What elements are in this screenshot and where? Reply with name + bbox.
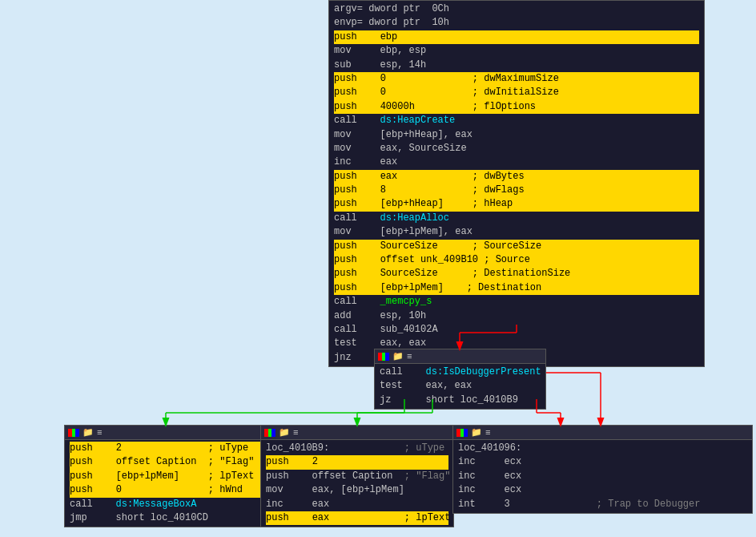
- code-line: call sub_40102A: [334, 323, 699, 337]
- code-line: call ds:MessageBoxA: [70, 498, 263, 511]
- code-line: push [ebp+hHeap] ; hHeap: [334, 197, 699, 211]
- code-line: call ds:HeapAlloc: [334, 212, 699, 225]
- color-icon: [264, 429, 275, 437]
- code-line: mov eax, [ebp+lpMem]: [266, 483, 448, 497]
- code-line: push 0 ; dwInitialSize: [334, 86, 699, 99]
- code-line: argv= dword ptr 0Ch: [334, 2, 699, 16]
- color-icon: [456, 429, 468, 437]
- code-line: sub esp, 14h: [334, 59, 699, 72]
- code-line: push SourceSize ; DestinationSize: [334, 267, 699, 281]
- code-line: add esp, 10h: [334, 309, 699, 323]
- header-icon3: ≡: [485, 428, 491, 438]
- block-header: 📁 ≡: [453, 426, 752, 440]
- main-code-content: argv= dword ptr 0Chenvp= dword ptr 10hpu…: [329, 1, 704, 366]
- code-line: inc eax: [334, 155, 699, 169]
- code-line: mov ebp, esp: [334, 44, 699, 58]
- code-line: test eax, eax: [380, 379, 541, 393]
- left-code-content: push 2 ; uTypepush offset Caption ; "Fla…: [65, 440, 267, 527]
- code-line: call ds:IsDebuggerPresent: [380, 365, 541, 379]
- code-line: push 0 ; dwMaximumSize: [334, 72, 699, 86]
- header-icon3: ≡: [97, 428, 103, 438]
- right-bottom-code-block: 📁 ≡ loc_401096:inc ecxinc ecxinc ecxint …: [452, 425, 753, 514]
- code-line: mov eax, SourceSize: [334, 142, 699, 155]
- code-line: push ebp: [334, 30, 699, 44]
- code-line: push eax ; lpText: [266, 511, 448, 525]
- header-icon2: 📁: [392, 351, 404, 361]
- code-line: push offset Caption ; "Flag": [266, 470, 448, 483]
- code-line: push 8 ; dwFlags: [334, 184, 699, 197]
- right-bottom-code-content: loc_401096:inc ecxinc ecxinc ecxint 3 ; …: [453, 440, 752, 513]
- header-icon3: ≡: [293, 428, 299, 438]
- header-icon2: 📁: [279, 427, 290, 438]
- code-line: push eax ; dwBytes: [334, 170, 699, 184]
- header-icon2: 📁: [82, 427, 94, 438]
- main-code-block: argv= dword ptr 0Chenvp= dword ptr 10hpu…: [328, 0, 705, 367]
- code-line: push 40000h ; flOptions: [334, 100, 699, 114]
- color-icon: [378, 353, 389, 361]
- code-line: jz short loc_4010B9: [380, 394, 541, 407]
- middle-code-content: call ds:IsDebuggerPresenttest eax, eaxjz…: [375, 364, 545, 409]
- code-line: inc eax: [266, 498, 448, 511]
- code-line: envp= dword ptr 10h: [334, 16, 699, 30]
- code-line: push 0 ; hWnd: [70, 483, 263, 497]
- code-line: loc_401096:: [458, 442, 747, 455]
- code-line: push SourceSize ; SourceSize: [334, 240, 699, 253]
- middle-code-block: 📁 ≡ call ds:IsDebuggerPresenttest eax, e…: [374, 349, 546, 410]
- code-line: mov [ebp+lpMem], eax: [334, 225, 699, 239]
- left-code-block: 📁 ≡ push 2 ; uTypepush offset Caption ; …: [64, 425, 268, 527]
- code-line: push [ebp+lpMem] ; lpText: [70, 470, 263, 483]
- code-line: loc_4010B9: ; uType: [266, 442, 448, 455]
- center-bottom-code-block: 📁 ≡ loc_4010B9: ; uTypepush 2push offset…: [260, 425, 454, 527]
- code-line: push 2: [266, 455, 448, 469]
- code-line: call _memcpy_s: [334, 295, 699, 309]
- code-line: inc ecx: [458, 455, 747, 469]
- color-icon: [68, 429, 79, 437]
- code-line: inc ecx: [458, 483, 747, 497]
- center-bottom-code-content: loc_4010B9: ; uTypepush 2push offset Cap…: [261, 440, 453, 527]
- code-line: mov [ebp+hHeap], eax: [334, 128, 699, 142]
- code-line: call ds:HeapCreate: [334, 114, 699, 127]
- block-header: 📁 ≡: [65, 426, 267, 440]
- block-header: 📁 ≡: [375, 349, 545, 364]
- block-header: 📁 ≡: [261, 426, 453, 440]
- code-line: push offset Caption ; "Flag": [70, 455, 263, 469]
- header-icon2: 📁: [471, 427, 482, 438]
- code-line: push 2 ; uType: [70, 442, 263, 455]
- code-line: push [ebp+lpMem] ; Destination: [334, 281, 699, 295]
- code-line: push offset unk_409B10 ; Source: [334, 253, 699, 267]
- code-line: int 3 ; Trap to Debugger: [458, 498, 747, 511]
- code-line: inc ecx: [458, 470, 747, 483]
- header-icon3: ≡: [407, 352, 412, 361]
- code-line: jmp short loc_4010CD: [70, 511, 263, 525]
